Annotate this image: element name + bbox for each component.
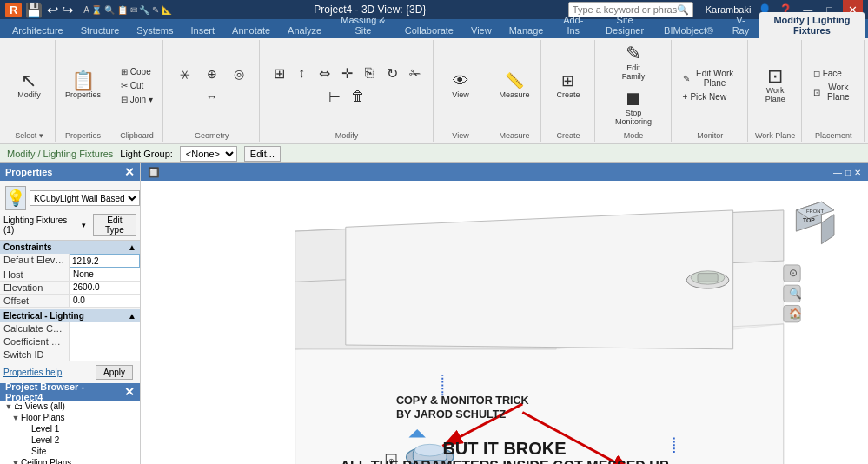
label-site: Site (31, 447, 46, 456)
workplane-button[interactable]: ⊡ Work Plane (755, 64, 796, 106)
placement-workplane-button[interactable]: ⊡ Work Plane (809, 81, 858, 103)
rotate-icon: ↻ (387, 65, 398, 82)
cope-button[interactable]: ⊞ Cope (116, 65, 157, 78)
offset-btn[interactable]: ↕ (291, 63, 312, 84)
tree-item-site[interactable]: Site (0, 446, 140, 457)
edit-workplane-button[interactable]: ✎ Edit Work Plane (679, 67, 742, 89)
face-icon: ◻ (813, 69, 820, 78)
offset-icon: ↕ (298, 65, 305, 81)
ribbon-group-clipboard-content: ⊞ Cope ✂ Cut ⊟ Join ▾ (116, 42, 157, 129)
family-select[interactable]: KCubyLight Wall Based (30, 190, 140, 206)
copy-icon: ⎘ (365, 65, 374, 81)
geo-icon3: ◎ (234, 67, 244, 81)
instance-dropdown-icon[interactable]: ▾ (82, 221, 86, 229)
vp-close-button[interactable]: ✕ (854, 168, 861, 177)
svg-text:🔍: 🔍 (789, 288, 802, 300)
tree-item-views-all[interactable]: ▼ 🗂 Views (all) (0, 401, 140, 412)
tab-manage[interactable]: Manage (500, 23, 553, 38)
geometry-btn1[interactable]: ⚹ (173, 64, 197, 84)
measure-button[interactable]: 📏Measure (494, 69, 533, 102)
tab-insert[interactable]: Insert (182, 23, 224, 38)
split-btn[interactable]: ⊢ (324, 86, 345, 108)
ribbon-group-clipboard: ⊞ Cope ✂ Cut ⊟ Join ▾ Clipboard (111, 40, 163, 142)
tab-massing[interactable]: Massing & Site (330, 12, 396, 38)
electrical-section-header[interactable]: Electrical - Lighting ▲ (0, 309, 140, 322)
electrical-rows: Calculate Coe... Coefficient of ... Swit… (0, 322, 140, 361)
trim-btn[interactable]: ✁ (404, 63, 425, 84)
move-btn[interactable]: ✛ (336, 63, 357, 84)
apply-button[interactable]: Apply (96, 365, 133, 380)
properties-icon: 📋 (71, 71, 95, 90)
workplane-btn-label: Work Plane (759, 86, 792, 103)
quick-access-toolbar[interactable]: 💾 ↩ ↪ (25, 2, 73, 18)
host-value: None (70, 268, 140, 281)
vp-max-button[interactable]: □ (845, 168, 851, 177)
modify-group-label: Modify (267, 129, 427, 140)
light-group-select[interactable]: <None> (180, 146, 237, 162)
tab-collaborate[interactable]: Collaborate (396, 23, 462, 38)
cut-button[interactable]: ✂ Cut (116, 79, 157, 92)
copy-btn[interactable]: ⎘ (359, 63, 380, 84)
tree-item-ceiling-plans[interactable]: ▼ Ceiling Plans (0, 457, 140, 464)
constraints-section-header[interactable]: Constraints ▲ (0, 241, 140, 254)
tree-item-floor-plans[interactable]: ▼ Floor Plans (0, 412, 140, 423)
light-group-label: Light Group: (120, 149, 173, 159)
tab-view[interactable]: View (462, 23, 500, 38)
properties-close-button[interactable]: ✕ (124, 166, 135, 178)
properties-help-link[interactable]: Properties help (3, 368, 62, 377)
viewport-header: 🔲 — □ ✕ (141, 163, 868, 181)
rotate-btn[interactable]: ↻ (381, 63, 402, 84)
view-button[interactable]: 👁View (445, 70, 476, 102)
elevation-input[interactable] (70, 254, 140, 268)
modify-icon: ↖ (21, 71, 36, 90)
browser-close-button[interactable]: ✕ (124, 386, 135, 398)
viewport-canvas[interactable]: ⊕ COPY & MONITOR TRICK BY JAROD SCHULTZ (141, 181, 868, 464)
tab-bimobject[interactable]: BIMobject® (655, 23, 722, 38)
tab-addins[interactable]: Add-Ins (552, 12, 594, 38)
tab-structure[interactable]: Structure (72, 23, 129, 38)
align-btn[interactable]: ⊞ (268, 63, 289, 84)
svg-text:⊙: ⊙ (789, 267, 798, 278)
tree-item-level2a[interactable]: Level 2 (0, 434, 140, 446)
tab-architecture[interactable]: Architecture (3, 23, 72, 38)
offset-label: Offset (0, 295, 70, 307)
geometry-btn3[interactable]: ◎ (227, 64, 251, 84)
modify-label: Modify (17, 90, 41, 99)
pick-new-button[interactable]: + Pick New (679, 90, 742, 103)
tree-item-level1a[interactable]: Level 1 (0, 423, 140, 434)
tab-systems[interactable]: Systems (128, 23, 182, 38)
viewport: 🔲 — □ ✕ (141, 163, 868, 464)
stop-monitoring-button[interactable]: ⏹ StopMonitoring (611, 87, 656, 129)
ribbon-group-workplane: ⊡ Work Plane Work Plane (750, 40, 802, 142)
tab-modify-lighting[interactable]: Modify | Lighting Fixtures (759, 12, 865, 38)
label-ceiling-plans: Ceiling Plans (21, 458, 71, 464)
tab-vray[interactable]: V-Ray (722, 12, 759, 38)
viewport-svg: ⊕ COPY & MONITOR TRICK BY JAROD SCHULTZ (141, 181, 868, 464)
app-logo: R (5, 3, 22, 17)
geometry-btn2[interactable]: ⊕ (200, 64, 224, 84)
create-button[interactable]: ⊞Create (552, 69, 584, 102)
edit-type-button[interactable]: Edit Type (93, 214, 136, 236)
workplane-label: Work Plane (755, 129, 796, 140)
tab-sitedesigner[interactable]: Site Designer (594, 12, 655, 38)
measure-label: Measure (494, 129, 535, 140)
constraints-collapse-icon: ▲ (128, 242, 136, 252)
tree-container[interactable]: ▼ 🗂 Views (all) ▼ Floor Plans Level 1 (0, 401, 140, 464)
modify-button[interactable]: ↖ Modify (13, 69, 45, 102)
clipboard-label: Clipboard (116, 129, 157, 140)
mirror-btn[interactable]: ⇔ (314, 63, 335, 84)
edit-button[interactable]: Edit... (244, 146, 281, 162)
edit-family-button[interactable]: ✎ EditFamily (618, 42, 650, 83)
join-button[interactable]: ⊟ Join ▾ (116, 93, 157, 106)
prop-row-switch: Switch ID (0, 348, 140, 361)
delete-btn[interactable]: 🗑 (347, 86, 369, 108)
geometry-btn4[interactable]: ↔ (200, 87, 224, 106)
tab-analyze[interactable]: Analyze (279, 23, 330, 38)
tab-annotate[interactable]: Annotate (223, 23, 279, 38)
svg-marker-25 (821, 215, 834, 244)
properties-button[interactable]: 📋 Properties (61, 69, 105, 102)
prop-row-calc: Calculate Coe... (0, 322, 140, 335)
face-button[interactable]: ◻ Face (809, 67, 858, 80)
view-group-label: View (441, 129, 481, 140)
vp-min-button[interactable]: — (833, 168, 842, 177)
